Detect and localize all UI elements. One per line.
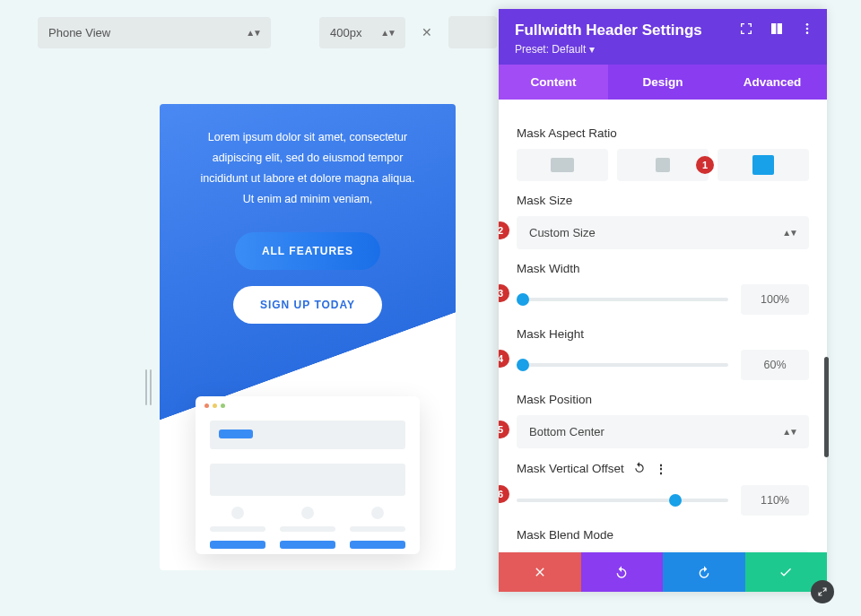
all-features-button[interactable]: ALL FEATURES <box>235 232 380 270</box>
marker-2: 2 <box>499 221 509 239</box>
width-value: 400px <box>330 26 361 39</box>
redo-button[interactable] <box>663 552 745 592</box>
tab-advanced[interactable]: Advanced <box>718 65 827 100</box>
tab-content[interactable]: Content <box>499 65 608 100</box>
height-label: Mask Height <box>517 327 809 341</box>
width-value[interactable]: 100% <box>741 284 809 315</box>
voffset-slider[interactable] <box>517 499 728 502</box>
kebab-icon[interactable] <box>800 22 814 36</box>
voffset-value[interactable]: 110% <box>741 485 809 516</box>
phone-view-label: Phone View <box>48 26 110 39</box>
browser-mockup <box>196 396 420 554</box>
undo-button[interactable] <box>581 552 664 592</box>
width-slider[interactable] <box>517 298 728 301</box>
svg-point-1 <box>806 28 809 30</box>
close-icon[interactable]: ✕ <box>416 25 438 39</box>
blend-label: Mask Blend Mode <box>517 528 809 542</box>
focus-icon[interactable] <box>739 22 753 36</box>
width-select[interactable]: 400px ▲▼ <box>319 17 405 48</box>
marker-1: 1 <box>696 156 714 174</box>
sort-icon: ▲▼ <box>380 28 395 38</box>
scrollbar[interactable] <box>824 357 829 457</box>
expand-corner-icon[interactable] <box>811 580 834 603</box>
svg-point-0 <box>806 23 809 26</box>
resize-handle[interactable] <box>142 369 154 405</box>
preview-frame: Lorem ipsum dolor sit amet, consectetur … <box>160 104 456 570</box>
size-select[interactable]: Custom Size▲▼ <box>517 216 809 249</box>
height-slider[interactable] <box>517 363 728 367</box>
preset-select[interactable]: Preset: Default ▾ <box>515 43 811 56</box>
height-value[interactable]: 60% <box>741 350 809 380</box>
voffset-label: Mask Vertical Offset ⋮ <box>517 461 809 476</box>
sort-icon: ▲▼ <box>246 28 260 38</box>
settings-panel: Fullwidth Header Settings Preset: Defaul… <box>499 9 827 592</box>
aspect-landscape[interactable] <box>517 149 608 181</box>
size-label: Mask Size <box>517 194 809 207</box>
svg-point-2 <box>806 31 809 34</box>
marker-4: 4 <box>499 350 509 368</box>
blend-select[interactable]: Normal▲▼ <box>517 551 809 552</box>
marker-3: 3 <box>499 284 509 302</box>
aspect-portrait[interactable] <box>718 149 809 181</box>
aspect-square[interactable]: 1 <box>617 149 709 181</box>
cancel-button[interactable] <box>499 552 581 592</box>
height-select[interactable] <box>448 16 497 48</box>
reset-icon[interactable] <box>633 461 646 476</box>
columns-icon[interactable] <box>770 22 784 36</box>
position-select[interactable]: Bottom Center▲▼ <box>517 415 809 448</box>
tab-design[interactable]: Design <box>608 65 718 100</box>
marker-5: 5 <box>499 421 509 438</box>
aspect-ratio-label: Mask Aspect Ratio <box>517 126 809 140</box>
preview-text: Lorem ipsum dolor sit amet, consectetur … <box>160 104 456 211</box>
position-label: Mask Position <box>517 393 809 406</box>
sign-up-button[interactable]: SIGN UP TODAY <box>233 286 382 324</box>
marker-6: 6 <box>499 485 509 503</box>
width-label: Mask Width <box>517 262 809 275</box>
phone-view-select[interactable]: Phone View ▲▼ <box>38 17 271 48</box>
